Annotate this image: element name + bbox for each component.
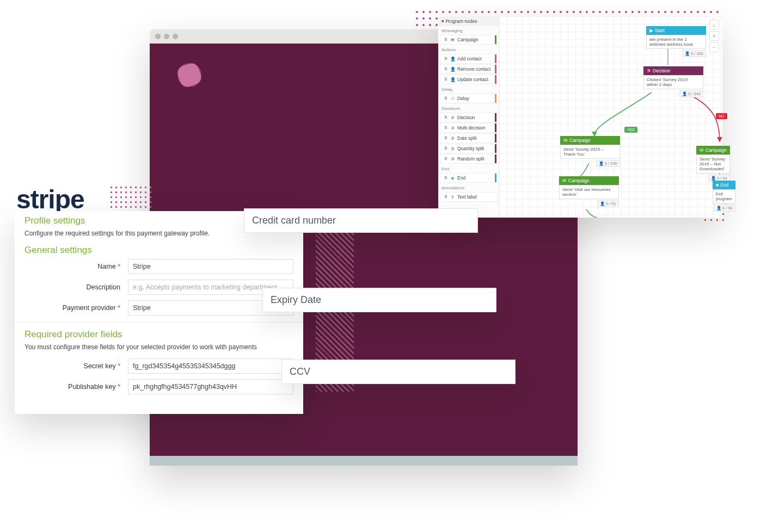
drag-icon: ⠿ [443,136,448,141]
node-body: Exit program [713,189,735,203]
split-icon: ⚞ [450,157,455,162]
node-count: 👤 0 / 340 [682,50,706,57]
drag-icon: ⠿ [443,38,448,42]
window-dot [164,34,169,39]
palette-item-update-contact[interactable]: ⠿👤Update contact [440,75,497,84]
description-label: Description [24,283,128,291]
stripe-logo: stripe [16,184,84,214]
stop-icon: ■ [450,176,455,181]
node-body: Clicked 'Survey 2015' within 2 days [643,75,703,89]
ccv-input[interactable]: CCV [281,360,516,384]
window-dot [155,34,161,39]
publishable-key-label: Publishable key * [24,383,128,391]
edge-label-no: NO [716,113,727,119]
node-campaign[interactable]: ✉ Campaign Send 'Visit our resources sec… [559,176,619,207]
node-count: 👤 0 / 246 [596,160,620,167]
node-end[interactable]: ■ End Exit program 👤 0 / 94 [713,181,735,212]
name-input[interactable] [128,259,293,274]
sidebar-group: Decisions [438,104,499,112]
divider [15,322,303,323]
browser-footer [150,456,578,466]
node-count: 👤 0 / 51 [597,200,619,207]
palette-item-remove-contact[interactable]: ⠿👤Remove contact [440,64,497,74]
sidebar-group: End [438,164,499,172]
node-start[interactable]: ▶ Start are present in the 1 selected ad… [646,26,706,57]
drag-icon: ⠿ [443,96,448,101]
sidebar-group: Messaging [438,26,499,34]
sidebar-group: Annotations [438,183,499,191]
text-icon: T [450,195,455,200]
svg-rect-1 [175,61,203,89]
drag-icon: ⠿ [443,57,448,61]
app-logo-icon [174,60,205,90]
workflow-sidebar: ▾ Program nodes Messaging ⠿✉Campaign Act… [438,16,499,218]
workflow-canvas[interactable]: ▶ Start are present in the 1 selected ad… [499,16,722,218]
drag-icon: ⠿ [443,176,448,181]
palette-item-quantity-split[interactable]: ⠿⚞Quantity split [440,144,497,153]
zoom-out-button[interactable]: − [709,42,719,52]
section-description: You must configure these fields for your… [24,343,293,351]
node-campaign[interactable]: ✉ Campaign Send 'Survey 2015 – Not Downl… [696,146,730,182]
drag-icon: ⠿ [443,115,448,120]
palette-item-decision[interactable]: ⠿⚞Decision [440,113,497,122]
palette-item-date-split[interactable]: ⠿⚞Date split [440,133,497,143]
palette-item-multi-decision[interactable]: ⠿⚞Multi decision [440,123,497,133]
palette-item-text-label[interactable]: ⠿TText label [440,192,497,202]
node-body: are present in the 1 selected address bo… [646,35,706,49]
node-decision[interactable]: ⚞ Decision Clicked 'Survey 2015' within … [643,66,703,97]
drag-icon: ⠿ [443,126,448,131]
sidebar-header: ▾ Program nodes [438,16,499,26]
home-button[interactable]: ⌂ [709,20,719,29]
palette-item-random-split[interactable]: ⠿⚞Random split [440,154,497,164]
window-dot [173,34,178,39]
person-minus-icon: 👤 [450,67,455,72]
drag-icon: ⠿ [443,195,448,200]
palette-item-campaign[interactable]: ⠿✉Campaign [440,35,497,45]
zoom-in-button[interactable]: + [709,31,719,41]
palette-item-add-contact[interactable]: ⠿👤Add contact [440,54,497,64]
canvas-controls: ⌂ + − [709,20,719,52]
section-title: General settings [24,245,293,256]
clock-icon: ⏱ [450,96,455,101]
node-body: Send 'Visit our resources section' [559,185,619,199]
palette-item-end[interactable]: ⠿■End [440,173,497,183]
node-count: 👤 0 / 94 [714,205,735,212]
drag-icon: ⠿ [443,146,448,151]
person-plus-icon: 👤 [450,57,455,61]
sidebar-group: Actions [438,45,499,53]
name-label: Name * [24,263,128,270]
expiry-date-input[interactable]: Expiry Date [262,288,496,312]
profile-settings-panel: Profile settings Configure the required … [15,211,303,414]
drag-icon: ⠿ [443,157,448,162]
split-icon: ⚞ [450,126,455,131]
drag-icon: ⠿ [443,77,448,82]
mail-icon: ✉ [450,38,455,42]
secret-key-label: Secret key * [24,362,128,370]
split-icon: ⚞ [450,136,455,141]
publishable-key-input[interactable] [128,379,293,394]
person-edit-icon: 👤 [450,77,455,82]
drag-icon: ⠿ [443,67,448,72]
node-body: Send 'Survey 2015 – Not Downloaded' [696,154,730,174]
palette-item-delay[interactable]: ⠿⏱Delay [440,94,497,103]
split-icon: ⚞ [450,146,455,151]
node-body: Send 'Survey 2015 – Thank You' [560,145,620,159]
edge-label-yes: YES [624,127,637,133]
credit-card-number-input[interactable]: Credit card number [244,208,478,233]
sidebar-group: Delay [438,85,499,93]
node-campaign[interactable]: ✉ Campaign Send 'Survey 2015 – Thank You… [560,136,620,167]
workflow-panel: ▾ Program nodes Messaging ⠿✉Campaign Act… [438,16,722,218]
provider-label: Payment provider * [24,304,128,312]
section-title: Required provider fields [24,329,293,340]
node-count: 👤 0 / 340 [679,90,703,97]
split-icon: ⚞ [450,115,455,120]
secret-key-input[interactable] [128,358,293,374]
